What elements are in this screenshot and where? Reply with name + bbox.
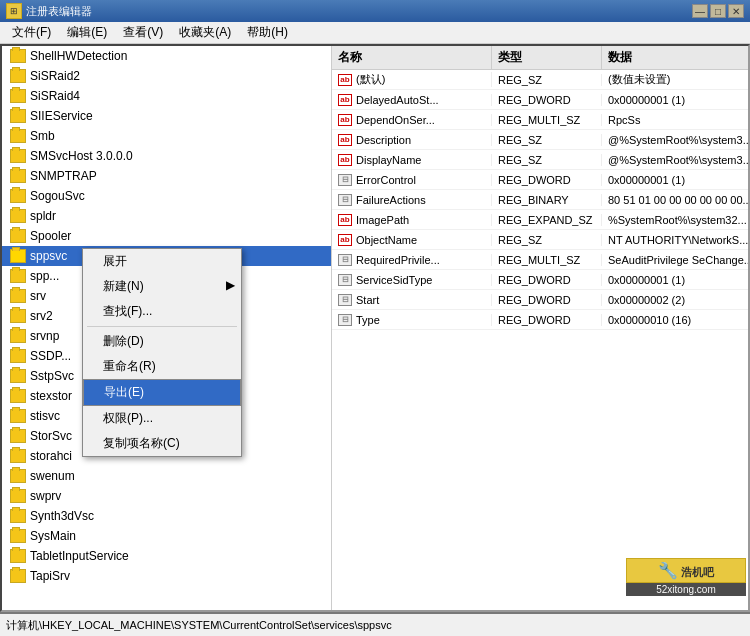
ctx-copyname[interactable]: 复制项名称(C)	[83, 431, 241, 456]
menu-edit[interactable]: 编辑(E)	[59, 22, 115, 43]
folder-icon	[10, 449, 26, 463]
reg-type-icon: ⊟	[338, 174, 352, 186]
main-area: ShellHWDetectionSiSRaid2SiSRaid4SIIEServ…	[0, 44, 750, 612]
tree-item[interactable]: TapiSrv	[2, 566, 331, 586]
tree-item-label: SiSRaid4	[30, 89, 80, 103]
tree-item-label: StorSvc	[30, 429, 72, 443]
title-bar: ⊞ 注册表编辑器 — □ ✕	[0, 0, 750, 22]
value-name: (默认)	[356, 72, 385, 87]
ctx-export[interactable]: 导出(E)	[83, 379, 241, 406]
value-type-cell: REG_SZ	[492, 74, 602, 86]
maximize-button[interactable]: □	[710, 4, 726, 18]
folder-icon	[10, 209, 26, 223]
ctx-find[interactable]: 查找(F)...	[83, 299, 241, 324]
tree-item[interactable]: Smb	[2, 126, 331, 146]
tree-item[interactable]: SIIEService	[2, 106, 331, 126]
folder-icon	[10, 269, 26, 283]
status-text: 计算机\HKEY_LOCAL_MACHINE\SYSTEM\CurrentCon…	[6, 618, 392, 633]
ctx-delete[interactable]: 删除(D)	[83, 329, 241, 354]
value-type-cell: REG_MULTI_SZ	[492, 114, 602, 126]
folder-icon	[10, 549, 26, 563]
folder-icon	[10, 469, 26, 483]
tree-item[interactable]: SysMain	[2, 526, 331, 546]
window-title: 注册表编辑器	[26, 4, 692, 19]
value-name-cell: ab(默认)	[332, 72, 492, 87]
tree-item[interactable]: SMSvcHost 3.0.0.0	[2, 146, 331, 166]
header-type: 类型	[492, 46, 602, 69]
folder-icon	[10, 349, 26, 363]
tree-item-label: spp...	[30, 269, 59, 283]
value-name-cell: ⊟ServiceSidType	[332, 274, 492, 286]
values-header: 名称 类型 数据	[332, 46, 748, 70]
value-type-cell: REG_DWORD	[492, 314, 602, 326]
tree-item[interactable]: Spooler	[2, 226, 331, 246]
table-row[interactable]: ⊟FailureActionsREG_BINARY80 51 01 00 00 …	[332, 190, 748, 210]
table-row[interactable]: ⊟StartREG_DWORD0x00000002 (2)	[332, 290, 748, 310]
values-panel: 名称 类型 数据 ab(默认)REG_SZ(数值未设置)abDelayedAut…	[332, 46, 748, 610]
table-row[interactable]: ⊟ServiceSidTypeREG_DWORD0x00000001 (1)	[332, 270, 748, 290]
table-row[interactable]: ab(默认)REG_SZ(数值未设置)	[332, 70, 748, 90]
value-name-cell: ⊟Type	[332, 314, 492, 326]
menu-bar: 文件(F) 编辑(E) 查看(V) 收藏夹(A) 帮助(H)	[0, 22, 750, 44]
tree-item-label: SstpSvc	[30, 369, 74, 383]
folder-icon	[10, 289, 26, 303]
ctx-rename[interactable]: 重命名(R)	[83, 354, 241, 379]
reg-type-icon: ⊟	[338, 294, 352, 306]
value-data-cell: SeAuditPrivilege SeChange...	[602, 254, 748, 266]
window-controls: — □ ✕	[692, 4, 744, 18]
table-row[interactable]: abDelayedAutoSt...REG_DWORD0x00000001 (1…	[332, 90, 748, 110]
value-name: Description	[356, 134, 411, 146]
menu-view[interactable]: 查看(V)	[115, 22, 171, 43]
ctx-perms[interactable]: 权限(P)...	[83, 406, 241, 431]
tree-item[interactable]: SiSRaid2	[2, 66, 331, 86]
tree-item[interactable]: spldr	[2, 206, 331, 226]
table-row[interactable]: abObjectNameREG_SZNT AUTHORITY\NetworkS.…	[332, 230, 748, 250]
value-name: DelayedAutoSt...	[356, 94, 439, 106]
value-data-cell: 80 51 01 00 00 00 00 00 00...	[602, 194, 748, 206]
values-list[interactable]: ab(默认)REG_SZ(数值未设置)abDelayedAutoSt...REG…	[332, 70, 748, 610]
value-name: FailureActions	[356, 194, 426, 206]
tree-item[interactable]: Synth3dVsc	[2, 506, 331, 526]
table-row[interactable]: abImagePathREG_EXPAND_SZ%SystemRoot%\sys…	[332, 210, 748, 230]
value-type-cell: REG_DWORD	[492, 274, 602, 286]
value-name-cell: abImagePath	[332, 214, 492, 226]
value-data-cell: (数值未设置)	[602, 72, 748, 87]
folder-icon	[10, 429, 26, 443]
value-name-cell: ⊟ErrorControl	[332, 174, 492, 186]
menu-favorites[interactable]: 收藏夹(A)	[171, 22, 239, 43]
ctx-new[interactable]: 新建(N) ▶	[83, 274, 241, 299]
tree-item-label: swenum	[30, 469, 75, 483]
folder-icon	[10, 489, 26, 503]
tree-item[interactable]: ShellHWDetection	[2, 46, 331, 66]
tree-item[interactable]: swprv	[2, 486, 331, 506]
tree-item-label: SiSRaid2	[30, 69, 80, 83]
table-row[interactable]: ⊟ErrorControlREG_DWORD0x00000001 (1)	[332, 170, 748, 190]
tree-item[interactable]: swenum	[2, 466, 331, 486]
tree-item[interactable]: SiSRaid4	[2, 86, 331, 106]
status-bar: 计算机\HKEY_LOCAL_MACHINE\SYSTEM\CurrentCon…	[0, 612, 750, 636]
table-row[interactable]: abDisplayNameREG_SZ@%SystemRoot%\system3…	[332, 150, 748, 170]
ctx-separator-1	[87, 326, 237, 327]
folder-icon	[10, 249, 26, 263]
table-row[interactable]: ⊟RequiredPrivile...REG_MULTI_SZSeAuditPr…	[332, 250, 748, 270]
tree-item[interactable]: TabletInputService	[2, 546, 331, 566]
folder-icon	[10, 569, 26, 583]
value-name: RequiredPrivile...	[356, 254, 440, 266]
folder-icon	[10, 49, 26, 63]
tree-item-label: SysMain	[30, 529, 76, 543]
menu-help[interactable]: 帮助(H)	[239, 22, 296, 43]
table-row[interactable]: abDependOnSer...REG_MULTI_SZRpcSs	[332, 110, 748, 130]
close-button[interactable]: ✕	[728, 4, 744, 18]
minimize-button[interactable]: —	[692, 4, 708, 18]
tree-item[interactable]: SogouSvc	[2, 186, 331, 206]
tree-item-label: spldr	[30, 209, 56, 223]
value-name-cell: abDelayedAutoSt...	[332, 94, 492, 106]
folder-icon	[10, 89, 26, 103]
tree-item[interactable]: SNMPTRAP	[2, 166, 331, 186]
value-data-cell: @%SystemRoot%\system3...	[602, 134, 748, 146]
ctx-expand[interactable]: 展开	[83, 249, 241, 274]
tree-item-label: TabletInputService	[30, 549, 129, 563]
menu-file[interactable]: 文件(F)	[4, 22, 59, 43]
table-row[interactable]: abDescriptionREG_SZ@%SystemRoot%\system3…	[332, 130, 748, 150]
table-row[interactable]: ⊟TypeREG_DWORD0x00000010 (16)	[332, 310, 748, 330]
